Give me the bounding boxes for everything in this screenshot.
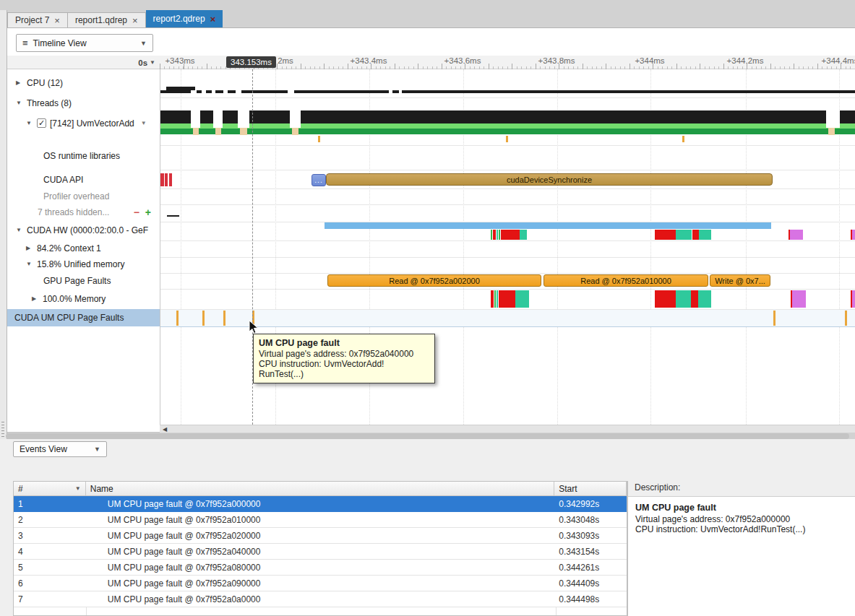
ruler-origin[interactable]: 0s ▼ <box>7 56 160 69</box>
hidden-threads-controls: −+ <box>134 207 160 218</box>
sidebar-item-os-runtime-libraries[interactable]: OS runtime libraries <box>7 149 160 162</box>
sidebar-item-profiler-overhead[interactable]: Profiler overhead <box>7 190 160 202</box>
tab-close-icon[interactable]: × <box>132 16 138 25</box>
column-header-num[interactable]: #▼ <box>14 482 86 495</box>
event-name: UM CPU page fault @ 0x7f952a090000 <box>86 576 554 591</box>
timeline-segment <box>292 128 298 135</box>
timeline-segment <box>655 230 676 240</box>
tooltip-line: CPU instruction: UvmVectorAdd! <box>259 359 429 369</box>
tab-close-icon[interactable]: × <box>54 16 60 25</box>
expand-threads-icon[interactable]: + <box>145 207 151 218</box>
tab-bar: Project 7×report1.qdrep×report2.qdrep× <box>7 10 855 27</box>
timeline-segment <box>497 290 498 308</box>
event-row[interactable]: 5UM CPU page fault @ 0x7f952a0800000.344… <box>14 560 627 576</box>
timeline-segment <box>160 173 164 186</box>
events-section: Events View ▼ #▼NameStart1UM CPU page fa… <box>0 439 855 616</box>
row-separator <box>160 240 855 241</box>
event-row[interactable]: 6UM CPU page fault @ 0x7f952a0900000.344… <box>14 576 627 591</box>
timeline-segment <box>169 173 172 186</box>
column-header-start[interactable]: Start <box>554 482 627 495</box>
event-start: 0.343048s <box>554 512 627 527</box>
column-header-label: Start <box>559 484 577 494</box>
row-separator <box>160 257 855 258</box>
scroll-left-arrow-icon[interactable]: ◀ <box>160 426 167 433</box>
collapsed-api-calls[interactable]: ... <box>312 174 326 186</box>
timeline-segment <box>167 215 179 217</box>
sidebar-item-cpu-12[interactable]: ▶CPU (12) <box>7 77 160 89</box>
sidebar-item-7142-uvmvectoradd[interactable]: ▼✓[7142] UvmVectorAdd▼ <box>7 117 160 129</box>
sidebar-item-label: 7 threads hidden... <box>38 207 109 217</box>
sidebar-item-gpu-page-faults[interactable]: GPU Page Faults <box>7 274 160 287</box>
sidebar-item-100-0-memory[interactable]: ▶100.0% Memory <box>7 292 160 305</box>
timeline-segment <box>191 110 200 128</box>
cuda-api-range[interactable]: cudaDeviceSynchronize <box>326 173 773 186</box>
sidebar-item-label: GPU Page Faults <box>43 276 111 286</box>
gpu-page-fault-range[interactable]: Write @ 0x7... <box>710 274 770 287</box>
timeline-segment <box>160 129 855 134</box>
gpu-page-fault-range[interactable]: Read @ 0x7f952a002000 <box>327 274 541 287</box>
page-fault-tick <box>845 311 847 326</box>
timeline-segment <box>826 110 840 128</box>
ruler-origin-label: 0s <box>138 58 147 67</box>
sidebar-item-label: CUDA UM CPU Page Faults <box>14 313 124 323</box>
sidebar-item-cuda-hw-0000-02-00-0-gef[interactable]: ▼CUDA HW (0000:02:00.0 - GeF <box>7 224 160 236</box>
sidebar-item-cuda-api[interactable]: CUDA API <box>7 173 160 186</box>
events-view-dropdown[interactable]: Events View ▼ <box>13 441 107 457</box>
event-row[interactable]: 4UM CPU page fault @ 0x7f952a0400000.343… <box>14 544 627 560</box>
collapse-threads-icon[interactable]: − <box>134 207 139 218</box>
timeline-view-dropdown[interactable]: ≡ Timeline View ▼ <box>16 34 153 52</box>
row-separator <box>160 97 855 98</box>
event-row[interactable]: 3UM CPU page fault @ 0x7f952a0200000.343… <box>14 528 627 544</box>
page-fault-tooltip: UM CPU page fault Virtual page's address… <box>253 334 435 383</box>
chevron-down-icon[interactable]: ▼ <box>16 100 23 106</box>
column-header-name[interactable]: Name <box>86 482 554 495</box>
event-row[interactable]: 7UM CPU page fault @ 0x7f952a0a00000.344… <box>14 591 627 607</box>
tooltip-line: Virtual page's address: 0x7f952a040000 <box>259 349 429 359</box>
timeline-segment <box>699 230 711 240</box>
timeline-segment <box>676 230 692 240</box>
timeline-horizontal-scrollbar[interactable]: ◀ <box>160 425 855 433</box>
sidebar-item-7-threads-hidden[interactable]: 7 threads hidden...−+ <box>7 206 160 218</box>
page-fault-tick <box>202 311 205 326</box>
event-name: UM CPU page fault @ 0x7f952a020000 <box>86 528 554 543</box>
chevron-right-icon[interactable]: ▶ <box>16 79 23 86</box>
panel-scrollbar-thumb[interactable] <box>6 433 849 439</box>
tab-close-icon[interactable]: × <box>210 14 216 24</box>
chevron-right-icon[interactable]: ▶ <box>26 245 33 251</box>
chevron-down-icon[interactable]: ▼ <box>26 120 33 126</box>
sidebar-item-15-8-unified-memory[interactable]: ▼15.8% Unified memory <box>7 258 160 270</box>
tab-project-7[interactable]: Project 7× <box>7 12 68 27</box>
tab-report2-qdrep[interactable]: report2.qdrep× <box>146 10 223 27</box>
chevron-down-icon[interactable]: ▼ <box>26 261 33 267</box>
timeline-segment <box>852 290 855 308</box>
ruler-scale[interactable]: +343ms2ms+343.4ms+343.6ms+343.8ms+344ms+… <box>160 56 855 69</box>
sidebar-item-label: [7142] UvmVectorAdd <box>50 118 134 129</box>
ruler-label: +344ms <box>635 56 664 65</box>
event-row[interactable]: 1UM CPU page fault @ 0x7f952a0000000.342… <box>14 496 627 512</box>
timeline-segment <box>852 230 855 240</box>
nsight-systems-window: Project 7×report1.qdrep×report2.qdrep× ≡… <box>0 0 855 616</box>
page-fault-tick <box>318 136 320 142</box>
timeline-segment <box>160 110 855 123</box>
sidebar-item-84-2-context-1[interactable]: ▶84.2% Context 1 <box>7 242 160 254</box>
description-panel: UM CPU page fault Virtual page's address… <box>628 496 855 616</box>
timeline-segment <box>515 290 529 308</box>
event-num: 5 <box>14 560 86 575</box>
timeline-ruler[interactable]: 0s ▼ +343ms2ms+343.4ms+343.6ms+343.8ms+3… <box>7 56 855 69</box>
sidebar-item-threads-8[interactable]: ▼Threads (8) <box>7 97 160 109</box>
event-row[interactable]: 2UM CPU page fault @ 0x7f952a0100000.343… <box>14 512 627 528</box>
chevron-down-icon[interactable]: ▼ <box>16 227 23 233</box>
time-marker-badge[interactable]: 343.153ms <box>226 56 276 68</box>
ruler-label: +343.8ms <box>538 56 575 65</box>
chevron-down-icon[interactable]: ▼ <box>141 120 147 126</box>
timeline-segment <box>213 110 223 128</box>
thread-checkbox[interactable]: ✓ <box>37 118 46 128</box>
gpu-page-fault-range[interactable]: Read @ 0x7f952a010000 <box>543 274 708 287</box>
sidebar-item-cuda-um-cpu-page-faults[interactable]: CUDA UM CPU Page Faults <box>7 309 160 326</box>
tab-report1-qdrep[interactable]: report1.qdrep× <box>68 12 146 27</box>
chevron-right-icon[interactable]: ▶ <box>32 295 39 302</box>
timeline-segment <box>493 230 496 240</box>
timeline-segment <box>236 90 241 93</box>
event-start: 0.344498s <box>554 591 627 607</box>
timeline-segment <box>491 230 492 240</box>
